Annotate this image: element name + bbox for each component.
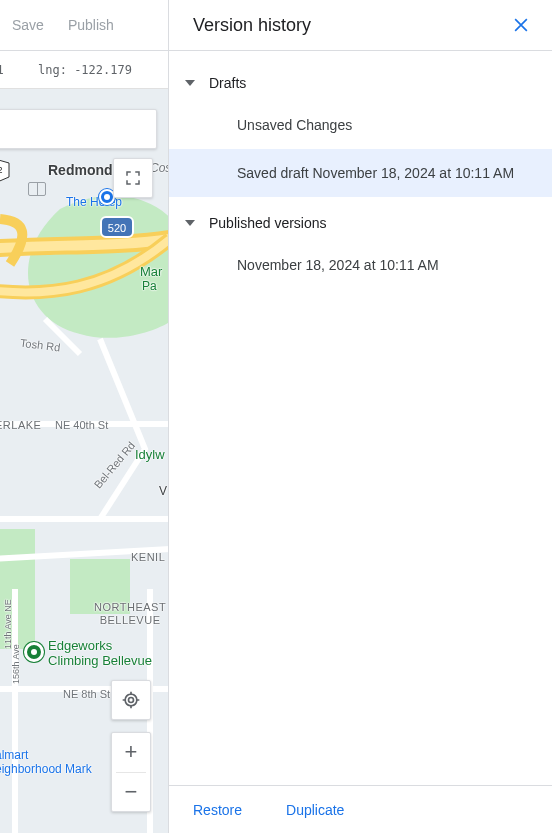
road-ne40: NE 40th St [55,419,108,431]
poi-walmart: almart eighborhood Mark [0,749,92,777]
poi-pin-icon [24,642,44,662]
version-item-published[interactable]: November 18, 2024 at 10:11 AM [169,241,552,289]
panel-title: Version history [193,15,311,36]
nbhd-kenil: KENIL [131,551,165,563]
save-button[interactable]: Save [0,0,56,50]
fullscreen-icon [124,169,142,187]
close-button[interactable] [506,10,536,40]
search-input[interactable] [0,109,157,149]
minus-icon: − [125,779,138,805]
section-published-title: Published versions [209,215,327,231]
panel-footer: Restore Duplicate [169,785,552,833]
duplicate-button[interactable]: Duplicate [274,794,356,826]
lng-label: lng: -122.179 [38,63,132,77]
nbhd-nebell: NORTHEAST BELLEVUE [94,601,166,626]
nbhd-erlake: ERLAKE [0,419,41,431]
road-ne8: NE 8th St [63,688,110,700]
svg-text:202: 202 [0,165,3,175]
version-item-saved-draft[interactable]: Saved draft November 18, 2024 at 10:11 A… [169,149,552,197]
plus-icon: + [125,739,138,765]
crosshair-icon [121,690,141,710]
section-drafts-toggle[interactable]: Drafts [169,65,552,101]
section-drafts-title: Drafts [209,75,246,91]
chevron-down-icon [185,220,195,226]
version-item-unsaved[interactable]: Unsaved Changes [169,101,552,149]
panel-header: Version history [169,0,552,51]
place-redmond: Redmond [48,162,113,178]
place-idylw: Idylw [135,447,165,462]
close-icon [511,15,531,35]
chevron-down-icon [185,80,195,86]
locate-button[interactable] [111,680,151,720]
restore-button[interactable]: Restore [181,794,254,826]
zoom-control: + − [111,732,151,812]
publish-button[interactable]: Publish [56,0,126,50]
section-published-toggle[interactable]: Published versions [169,205,552,241]
version-history-panel: Version history Drafts Unsaved Changes S… [168,0,552,833]
lat-value: 641 [0,63,4,77]
svg-text:520: 520 [108,222,126,234]
park-label: Mar [140,264,162,279]
zoom-in-button[interactable]: + [112,733,150,772]
poi-edgeworks: Edgeworks Climbing Bellevue [48,639,152,669]
panel-body: Drafts Unsaved Changes Saved draft Novem… [169,51,552,785]
layer-toggle[interactable] [28,182,46,196]
fullscreen-button[interactable] [113,158,153,198]
zoom-out-button[interactable]: − [112,772,150,811]
